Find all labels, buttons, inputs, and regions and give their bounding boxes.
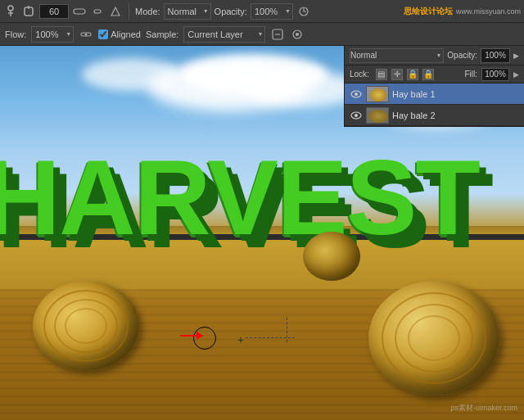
sample-label: Sample: xyxy=(146,29,178,39)
sample-select-wrapper: Current Layer All Layers xyxy=(183,26,265,43)
svg-point-0 xyxy=(8,6,13,11)
opacity-select-wrapper: 100% 75% 50% xyxy=(251,3,293,20)
flow-label: Flow: xyxy=(5,29,26,39)
canvas-area[interactable]: HARVEST + ps素材-uimaker.com Normal Multip xyxy=(0,46,524,420)
layers-mode-wrapper: Normal Multiply xyxy=(350,48,444,63)
ignore-adjust-icon[interactable] xyxy=(270,27,285,42)
layer-1-visibility[interactable] xyxy=(350,88,363,101)
crosshair-h xyxy=(246,337,295,338)
crosshair-v xyxy=(287,318,287,342)
svg-rect-5 xyxy=(74,9,85,14)
cursor-arrow xyxy=(180,335,203,336)
mode-select-wrapper: Normal Multiply Screen xyxy=(164,3,211,20)
toolbar-second: Flow: 100% 75% Aligned Sample: Current L… xyxy=(0,23,524,46)
cloud-3 xyxy=(246,70,360,107)
layer-row-1[interactable]: Hay bale 1 xyxy=(345,84,524,105)
size-down-icon[interactable] xyxy=(90,4,105,19)
layers-mode-select[interactable]: Normal Multiply xyxy=(350,48,444,63)
svg-rect-6 xyxy=(94,10,101,13)
brush-icon[interactable] xyxy=(21,4,36,19)
layer-1-thumbnail xyxy=(366,86,389,102)
pressure-icon[interactable] xyxy=(296,4,311,19)
aligned-checkbox-item: Aligned xyxy=(98,29,141,39)
opacity-label: Opacity: xyxy=(215,7,247,16)
hay-bale-small xyxy=(303,232,360,281)
airbrush-icon[interactable] xyxy=(79,27,93,42)
layers-opacity-label: Opacity: xyxy=(447,51,477,60)
fill-input[interactable]: 100% xyxy=(481,68,509,81)
layers-opacity-arrow: ▶ xyxy=(513,52,519,60)
lock-all-icon[interactable]: 🔒 xyxy=(422,69,434,80)
layers-mode-row: Normal Multiply Opacity: 100% ▶ xyxy=(345,46,524,65)
svg-point-13 xyxy=(296,33,299,36)
hay-bale-left xyxy=(33,281,139,371)
layer-2-visibility[interactable] xyxy=(350,109,363,122)
lock-move-icon[interactable]: ✛ xyxy=(391,69,403,80)
harvest-text: HARVEST xyxy=(0,144,479,251)
lock-checker-icon[interactable]: ▤ xyxy=(376,69,387,80)
layers-lock-row: Lock: ▤ ✛ 🔒 🔒 Fill: 100% ▶ xyxy=(345,65,524,84)
cloud-4 xyxy=(82,58,180,91)
fill-arrow: ▶ xyxy=(513,70,519,79)
logo-url: www.missyuan.com xyxy=(456,7,521,16)
tool-icon[interactable] xyxy=(3,4,18,19)
svg-point-17 xyxy=(355,114,358,117)
cursor-plus: + xyxy=(237,333,244,346)
sample-all-icon[interactable] xyxy=(290,27,305,42)
brush-size-input[interactable]: 60 xyxy=(39,4,69,19)
flow-select-wrapper: 100% 75% xyxy=(31,26,74,43)
logo-text: 思绘设计论坛 xyxy=(404,6,453,17)
layers-panel: Normal Multiply Opacity: 100% ▶ Lock: ▤ … xyxy=(344,46,524,127)
layers-opacity-input[interactable]: 100% xyxy=(481,48,510,63)
aligned-checkbox[interactable] xyxy=(98,29,108,39)
flow-select[interactable]: 100% 75% xyxy=(31,26,74,43)
hay-bale-right xyxy=(368,281,499,395)
fill-label: Fill: xyxy=(464,70,477,79)
opacity-select[interactable]: 100% 75% 50% xyxy=(251,3,293,20)
toolbar-top: 60 Mode: Normal Multiply Screen Opacity:… xyxy=(0,0,524,23)
lock-position-icon[interactable]: 🔒 xyxy=(407,69,418,80)
svg-point-15 xyxy=(355,93,358,96)
size-up-icon[interactable] xyxy=(72,4,87,19)
mode-select[interactable]: Normal Multiply Screen xyxy=(164,3,211,20)
layer-1-name: Hay bale 1 xyxy=(392,89,519,99)
mode-label: Mode: xyxy=(135,7,160,16)
watermark: ps素材-uimaker.com xyxy=(450,403,517,413)
layer-2-name: Hay bale 2 xyxy=(392,111,519,120)
sample-select[interactable]: Current Layer All Layers xyxy=(183,26,265,43)
svg-point-9 xyxy=(85,33,88,35)
lock-label: Lock: xyxy=(350,70,369,79)
layer-2-thumbnail xyxy=(366,107,389,124)
brush-type-icon[interactable] xyxy=(108,4,123,19)
aligned-label: Aligned xyxy=(111,29,141,39)
layer-row-2[interactable]: Hay bale 2 xyxy=(345,105,524,126)
size-control: 60 xyxy=(39,4,69,19)
